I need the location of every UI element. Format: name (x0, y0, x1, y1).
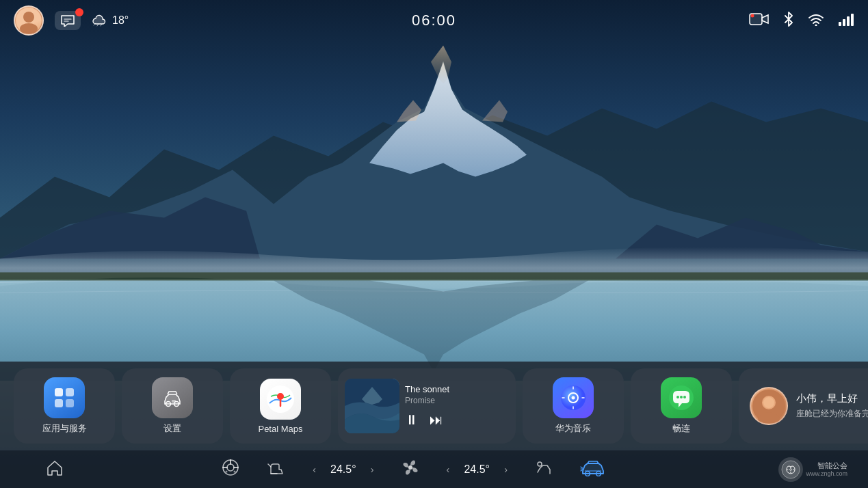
brand-text: 智能公会 www.zngh.com (806, 461, 847, 478)
settings-icon (152, 377, 193, 418)
temp-left-value: 24.5° (323, 463, 364, 476)
huawei-music-icon (553, 377, 594, 418)
music-controls: ⏸ ⏭ (405, 412, 509, 428)
music-next-button[interactable]: ⏭ (430, 412, 443, 428)
svg-rect-11 (851, 14, 854, 26)
temp-right-control: ‹ 24.5° › (447, 463, 508, 476)
notification-badge (75, 8, 83, 16)
home-button[interactable] (46, 459, 64, 480)
huawei-music-label: 华为音乐 (555, 422, 591, 435)
message-icon-wrapper[interactable] (55, 11, 81, 30)
svg-rect-8 (839, 22, 841, 26)
svg-rect-14 (55, 399, 63, 407)
temp-left-increase[interactable]: › (371, 464, 374, 475)
assistant-text: 小伟，早上好 座舱已经为你准备完毕 (796, 392, 868, 420)
svg-rect-10 (847, 16, 850, 26)
apps-services-icon (44, 377, 85, 418)
svg-point-41 (408, 465, 412, 470)
petal-maps-button[interactable]: Petal Maps (230, 368, 331, 444)
svg-rect-13 (66, 388, 74, 396)
svg-rect-18 (172, 400, 176, 403)
recline-button[interactable] (535, 459, 553, 480)
status-right (749, 12, 854, 30)
temp-right-decrease[interactable]: ‹ (447, 464, 450, 475)
settings-button[interactable]: 设置 (122, 368, 223, 444)
svg-point-28 (683, 396, 686, 398)
svg-point-24 (572, 396, 575, 400)
avatar-face (16, 8, 42, 33)
music-cover (345, 379, 399, 433)
changco-icon (661, 377, 702, 418)
svg-point-7 (815, 24, 817, 26)
music-title: The sonnet Promise (405, 384, 509, 406)
brand-logo: 智能公会 www.zngh.com (778, 457, 847, 482)
apps-services-label: 应用与服务 (42, 422, 87, 435)
avatar[interactable] (14, 5, 44, 36)
temperature-display: 18° (112, 14, 129, 27)
record-icon[interactable] (749, 12, 770, 30)
mountain-scene (0, 0, 868, 381)
fan-button[interactable] (402, 459, 419, 480)
status-left: 18° (14, 5, 749, 36)
taskbar: ‹ 24.5° › ‹ 24.5° › (0, 450, 868, 488)
assistant-card[interactable]: 小伟，早上好 座舱已经为你准备完毕 (739, 368, 868, 444)
svg-point-32 (763, 397, 774, 408)
apps-services-button[interactable]: 应用与服务 (14, 368, 115, 444)
huawei-music-button[interactable]: 华为音乐 (523, 368, 624, 444)
changco-button[interactable]: 畅连 (631, 368, 732, 444)
svg-point-3 (23, 12, 34, 23)
svg-point-4 (20, 23, 38, 33)
changco-label: 畅连 (672, 422, 690, 435)
petal-maps-icon (260, 379, 301, 420)
weather-display: 18° (92, 14, 129, 27)
status-bar: 18° 06:00 (0, 0, 868, 41)
steering-heat-button[interactable] (221, 458, 240, 481)
brand-icon (778, 457, 803, 482)
bluetooth-icon[interactable] (783, 12, 794, 30)
svg-line-40 (268, 464, 271, 467)
app-dock: 应用与服务 设置 (0, 362, 868, 450)
temp-right-value: 24.5° (456, 463, 497, 476)
svg-rect-2 (0, 272, 868, 280)
svg-point-6 (751, 14, 754, 17)
signal-icon[interactable] (838, 12, 854, 29)
assistant-avatar (750, 387, 788, 425)
svg-point-42 (538, 462, 542, 466)
music-player-button[interactable]: The sonnet Promise ⏸ ⏭ (338, 368, 516, 444)
temp-right-increase[interactable]: › (504, 464, 508, 475)
svg-rect-12 (55, 388, 63, 396)
temp-left-control: ‹ 24.5° › (313, 463, 373, 476)
svg-rect-9 (843, 19, 845, 26)
settings-label: 设置 (163, 422, 181, 435)
svg-rect-15 (66, 399, 74, 407)
assistant-greeting: 小伟，早上好 (796, 392, 868, 405)
svg-point-20 (277, 393, 284, 400)
home-section (21, 459, 89, 480)
assistant-subtitle: 座舱已经为你准备完毕 (796, 408, 868, 420)
time-display: 06:00 (412, 12, 456, 29)
taskbar-controls: ‹ 24.5° › ‹ 24.5° › (89, 458, 738, 481)
seat-button[interactable] (267, 459, 285, 480)
music-info: The sonnet Promise ⏸ ⏭ (405, 384, 509, 427)
temp-left-decrease[interactable]: ‹ (313, 464, 316, 475)
svg-point-38 (226, 470, 228, 472)
brand-section: 智能公会 www.zngh.com (738, 457, 847, 482)
music-pause-button[interactable]: ⏸ (405, 412, 419, 428)
svg-point-39 (234, 470, 236, 472)
wifi-icon[interactable] (808, 12, 824, 29)
petal-maps-label: Petal Maps (258, 424, 302, 434)
car-mode-button[interactable] (580, 459, 606, 480)
svg-point-34 (227, 464, 234, 471)
cloud-icon (92, 14, 108, 27)
svg-point-26 (676, 396, 679, 398)
svg-point-27 (680, 396, 683, 398)
